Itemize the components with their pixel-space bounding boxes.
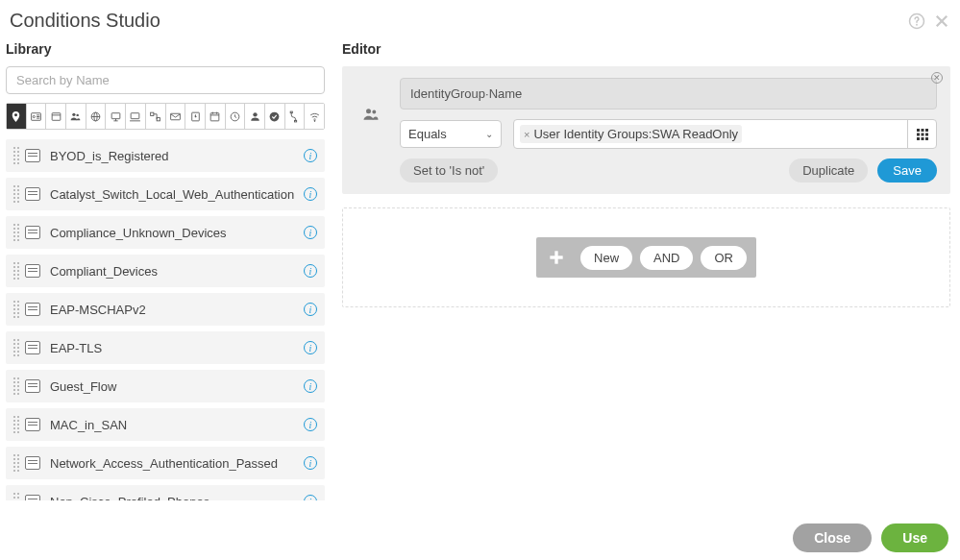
set-is-not-button[interactable]: Set to 'Is not': [400, 158, 498, 183]
condition-icon: [25, 226, 40, 239]
operator-value: Equals: [408, 127, 447, 141]
value-input-wrap[interactable]: × User Identity Groups:SWA ReadOnly: [513, 119, 937, 149]
library-item[interactable]: Compliance_Unknown_Devices i: [6, 216, 325, 249]
drag-handle-icon[interactable]: [13, 262, 19, 280]
info-icon[interactable]: i: [304, 264, 317, 278]
close-button[interactable]: Close: [793, 523, 872, 552]
condition-icon: [25, 456, 40, 470]
duplicate-button[interactable]: Duplicate: [789, 158, 868, 183]
info-icon[interactable]: i: [304, 341, 317, 354]
filter-badge-icon[interactable]: [27, 104, 47, 129]
svg-point-5: [33, 115, 35, 117]
library-item[interactable]: BYOD_is_Registered i: [6, 139, 325, 172]
library-item[interactable]: MAC_in_SAN i: [6, 408, 325, 441]
filter-clock-icon[interactable]: [226, 104, 246, 129]
info-icon[interactable]: i: [304, 456, 317, 470]
svg-rect-43: [917, 137, 920, 140]
value-picker-button[interactable]: [907, 120, 936, 148]
library-item[interactable]: Catalyst_Switch_Local_Web_Authentication…: [6, 178, 325, 210]
help-icon[interactable]: [908, 12, 925, 30]
drag-handle-icon[interactable]: [13, 454, 19, 472]
info-icon[interactable]: i: [304, 418, 317, 431]
chip-remove-icon[interactable]: ×: [522, 129, 531, 140]
library-item[interactable]: Guest_Flow i: [6, 370, 325, 402]
value-chip: × User Identity Groups:SWA ReadOnly: [520, 125, 742, 143]
or-button[interactable]: OR: [701, 246, 747, 270]
search-input-wrap[interactable]: [6, 66, 325, 94]
svg-rect-9: [52, 112, 61, 120]
svg-rect-23: [170, 113, 180, 120]
filter-location-icon[interactable]: [7, 104, 27, 129]
attribute-input[interactable]: IdentityGroup·Name: [400, 78, 937, 110]
svg-rect-40: [917, 133, 920, 135]
library-item[interactable]: Compliant_Devices i: [6, 255, 325, 287]
use-button[interactable]: Use: [881, 523, 948, 552]
filter-row: [6, 103, 325, 130]
filter-globe-icon[interactable]: [86, 104, 107, 129]
remove-rule-icon[interactable]: ✕: [931, 72, 943, 84]
drag-handle-icon[interactable]: [13, 147, 19, 164]
library-item[interactable]: EAP-MSCHAPv2 i: [6, 293, 325, 326]
svg-point-11: [73, 112, 76, 115]
condition-icon: [25, 264, 40, 278]
filter-wifi-icon[interactable]: [305, 104, 324, 129]
library-item-name: EAP-MSCHAPv2: [50, 303, 304, 317]
filter-device2-icon[interactable]: [126, 104, 146, 129]
library-item[interactable]: Network_Access_Authentication_Passed i: [6, 447, 325, 479]
library-item-name: Network_Access_Authentication_Passed: [50, 456, 304, 471]
chevron-down-icon: ⌄: [485, 129, 493, 139]
add-condition-zone: New AND OR: [342, 207, 950, 307]
drag-handle-icon[interactable]: [13, 377, 19, 395]
info-icon[interactable]: i: [304, 379, 317, 393]
info-icon[interactable]: i: [304, 303, 317, 316]
info-icon[interactable]: i: [304, 226, 317, 239]
condition-icon: [25, 379, 40, 393]
info-icon[interactable]: i: [304, 495, 317, 500]
filter-export-icon[interactable]: [185, 104, 206, 129]
library-item-name: Non_Cisco_Profiled_Phones: [50, 495, 304, 501]
and-button[interactable]: AND: [640, 246, 693, 270]
drag-handle-icon[interactable]: [13, 185, 19, 203]
filter-window-icon[interactable]: [46, 104, 66, 129]
library-list[interactable]: BYOD_is_Registered i Catalyst_Switch_Loc…: [6, 139, 325, 500]
filter-calendar-icon[interactable]: [206, 104, 226, 129]
condition-icon: [25, 341, 40, 354]
info-icon[interactable]: i: [304, 187, 317, 201]
drag-handle-icon[interactable]: [13, 224, 19, 241]
filter-check-icon[interactable]: [265, 104, 285, 129]
filter-cable-icon[interactable]: [285, 104, 306, 129]
svg-point-35: [366, 109, 371, 113]
filter-user-icon[interactable]: [245, 104, 265, 129]
drag-handle-icon[interactable]: [13, 339, 19, 356]
library-title: Library: [6, 41, 325, 57]
plus-icon[interactable]: [536, 237, 577, 278]
svg-rect-33: [294, 120, 296, 122]
filter-mail-icon[interactable]: [166, 104, 186, 129]
group-icon: [361, 105, 381, 124]
condition-icon: [25, 187, 40, 201]
condition-icon: [25, 418, 40, 431]
drag-handle-icon[interactable]: [13, 493, 19, 500]
filter-group-icon[interactable]: [66, 104, 86, 129]
new-button[interactable]: New: [580, 246, 632, 270]
svg-rect-44: [921, 137, 923, 140]
filter-device1-icon[interactable]: [106, 104, 126, 129]
page-title: Conditions Studio: [10, 10, 160, 32]
search-input[interactable]: [16, 73, 314, 87]
library-item-name: MAC_in_SAN: [50, 418, 304, 432]
svg-rect-22: [157, 117, 160, 120]
drag-handle-icon[interactable]: [13, 301, 19, 318]
operator-select[interactable]: Equals ⌄: [400, 120, 502, 148]
info-icon[interactable]: i: [304, 149, 317, 162]
save-button[interactable]: Save: [877, 158, 937, 183]
library-item[interactable]: Non_Cisco_Profiled_Phones i: [6, 485, 325, 500]
svg-rect-16: [111, 112, 120, 118]
filter-flow-icon[interactable]: [146, 104, 166, 129]
drag-handle-icon[interactable]: [13, 416, 19, 433]
svg-point-30: [253, 112, 257, 116]
library-item[interactable]: EAP-TLS i: [6, 331, 325, 364]
library-item-name: Catalyst_Switch_Local_Web_Authentication: [50, 187, 304, 202]
svg-point-12: [77, 113, 79, 115]
close-icon[interactable]: [933, 12, 950, 30]
svg-rect-37: [917, 129, 920, 132]
